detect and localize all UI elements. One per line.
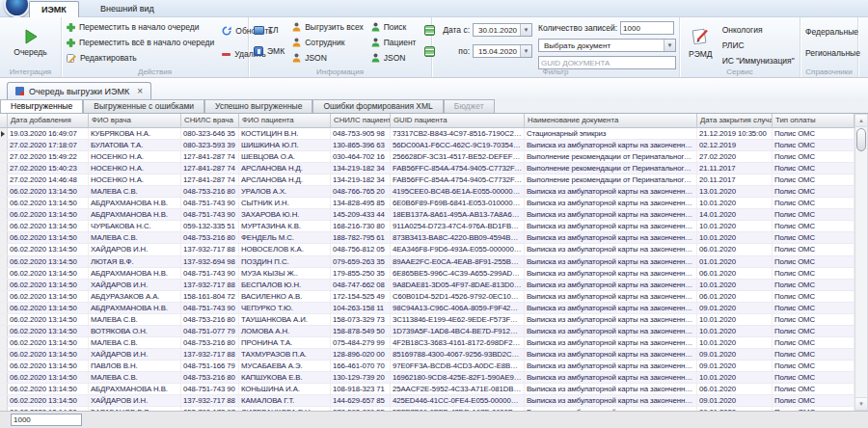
table-row[interactable]: 06.02.2020 13:14:50МАЛЕВА С.В.048-753-21… [0,232,854,244]
cell: Полис ОМС [773,303,854,313]
json-left-button[interactable]: JSON [292,51,364,65]
column-header-5[interactable]: GUID пациента [391,114,525,128]
column-header-2[interactable]: СНИЛС врача [181,114,239,128]
employee-button[interactable]: Сотрудник [292,36,364,49]
rlis-button[interactable]: РЛИС [722,39,795,52]
document-tab-title: Очередь выгрузки ИЭМК [29,87,129,96]
scroll-down-icon[interactable]: ▼ [855,397,867,410]
edit-button[interactable]: Редактировать [67,51,214,65]
column-header-4[interactable]: СНИЛС пациента [331,114,391,128]
table-row[interactable]: 27.02.2020 15:40:23НОСЕНКО Н.А.127-841-2… [0,163,854,174]
chevron-down-icon[interactable]: ▼ [520,24,531,36]
cell: 079-659-263 35 [331,256,391,267]
table-row[interactable]: 27.02.2020 17:18:07БУЛАТОВА Т.А.080-323-… [0,140,854,151]
footer-filter-input[interactable] [12,415,81,424]
cell: 130-865-396 63 [331,140,391,150]
search-button[interactable]: Поиск [371,20,417,34]
ribbon-tab-appearance[interactable]: Внешний вид [89,1,166,17]
table-row[interactable]: 06.02.2020 13:14:50ЧУРБАКОВА Н.С.059-132… [0,221,854,232]
subtab-3[interactable]: Ошибки формирования XML [312,99,443,113]
oncology-button[interactable]: Онкология [722,23,795,37]
cell: АБДРАХМАНОВА Н.В. [89,303,181,313]
json-right-button[interactable]: JSON [371,51,417,65]
group-information: ТЛ ЭМК Выгрузить всех Сотрудник [249,17,432,77]
table-row[interactable]: 06.02.2020 13:14:50АБДРАХМАНОВА Н.В.048-… [0,209,854,221]
table-row[interactable]: 06.02.2020 13:14:50МАЛЕВА С.В.048-753-21… [0,337,854,349]
cell: Полис ОМС [773,314,854,325]
records-count-input[interactable] [621,24,673,33]
move-top-button[interactable]: Переместить в начало очереди [67,20,214,34]
move-all-top-button[interactable]: Переместить всё в начало очереди [67,36,214,49]
vertical-scrollbar[interactable]: ▲ ▼ [854,114,868,411]
queue-button[interactable]: Очередь [5,20,56,65]
scroll-up-icon[interactable]: ▲ [855,115,867,127]
remd-button[interactable]: РЭМД [685,20,717,65]
table-row[interactable]: 06.02.2020 13:14:50АБДРАХМАНОВА Н.В.048-… [0,384,854,395]
cell: FAB56FFC-854A-4754-9405-C7732FA33... [391,163,525,174]
table-row[interactable]: 19.03.2020 16:49:07КУБРЯКОВА Н.А.080-323… [0,128,854,140]
table-row[interactable]: 27.02.2020 14:46:48НОСЕНКО Н.А.127-841-2… [0,174,854,186]
ribbon-tab-iemk[interactable]: ИЭМК [29,1,79,17]
cell: ФЕНДЕЛЬ М.С. [239,232,331,243]
cell: Полис ОМС [773,232,854,243]
table-row[interactable]: 06.02.2020 13:14:50ПАВЛОВ В.Н.048-751-16… [0,361,854,372]
cell: 911A0254-D723-47C4-976A-BD1FB70B5... [391,221,525,231]
table-row[interactable]: 06.02.2020 13:14:50ХАЙДАРОВ И.Н.137-932-… [0,395,854,407]
table-row[interactable]: 06.02.2020 13:14:50МАЛЕВА С.В.048-753-21… [0,314,854,326]
cell: УРАЛОВ А.Х. [239,186,331,197]
table-row[interactable]: 06.02.2020 13:14:50АБДРАХМАНОВА Н.В.048-… [0,303,854,314]
document-select[interactable]: Выбрать документ ▼ [538,39,676,52]
column-header-3[interactable]: ФИО пациента [239,114,331,128]
cell: 10.01.2020 [697,198,773,208]
table-row[interactable]: 06.02.2020 13:14:50АБДРАХМАНОВА Н.В.048-… [0,198,854,209]
subtab-0[interactable]: Невыгруженные [0,99,83,113]
cell: ЛЮТАЯ В.Ф. [89,256,181,267]
table-row[interactable]: 06.02.2020 13:14:50АБДРАХМАНОВА Н.В.048-… [0,268,854,280]
cell: 06.02.2020 13:14:50 [8,232,89,243]
column-header-6[interactable]: Наименование документа [525,114,697,128]
cell: Выписка из амбулаторной карты на законче… [525,221,697,231]
document-tab[interactable]: Очередь выгрузки ИЭМК × [7,82,151,99]
regional-button[interactable]: Региональные [805,46,853,60]
cell: МАЛЕВА С.В. [89,232,181,243]
table-row[interactable]: 06.02.2020 13:14:50ХАЙДАРОВ И.Н.137-932-… [0,244,854,255]
chevron-down-icon[interactable]: ▼ [664,40,675,51]
cell: 4F2B18C3-3683-4161-8172-698DF2BCA... [391,337,525,348]
cell: 06.02.2020 13:14:50 [8,384,89,394]
subtab-1[interactable]: Выгруженные с ошибками [83,99,204,113]
table-row[interactable]: 06.02.2020 13:14:50АБДУРАЗАКОВ А.А.158-1… [0,291,854,303]
app-menu-button[interactable] [4,0,30,17]
cell: 27.02.2020 17:18:07 [8,140,89,150]
table-row[interactable]: 06.02.2020 13:14:50ХАЙДАРОВ И.Н.137-932-… [0,280,854,291]
cell: 27.02.2020 14:46:48 [8,174,89,185]
table-row[interactable]: 06.02.2020 13:14:50ЛЮТАЯ В.Ф.137-932-694… [0,256,854,268]
column-header-8[interactable]: Тип оплаты [773,114,854,128]
chevron-down-icon[interactable]: ▼ [520,45,531,57]
cell: 134-219-182 34 [331,163,391,174]
tl-button[interactable]: ТЛ [254,23,285,37]
cell: 048-751-743 90 [181,384,239,394]
date-from-picker[interactable]: 30.01.2020 ▼ [473,23,532,37]
immunization-button[interactable]: ИС "Иммунизация" [722,54,795,67]
column-header-1[interactable]: ФИО врача [89,114,181,128]
patient-button[interactable]: Пациент [371,36,417,49]
table-row[interactable]: 06.02.2020 13:14:50ВОТЯКОВА О.Н.048-751-… [0,326,854,337]
table-row[interactable]: 06.02.2020 13:14:50МАЛЕВА С.В.048-753-21… [0,186,854,198]
table-row[interactable]: 06.02.2020 13:14:50МАЛЕВА С.В.048-753-21… [0,372,854,384]
close-icon[interactable]: × [137,87,143,96]
cell: Полис ОМС [773,151,854,162]
scrollbar-thumb[interactable] [856,128,866,151]
emk-button[interactable]: ЭМК [254,44,285,58]
cell: 18EB137A-8A61-495A-AB13-7A8A61695... [391,209,525,220]
cell: БЕСПАЛОВ Ю.Н. [239,280,331,290]
subtab-2[interactable]: Успешно выгруженные [204,99,312,113]
table-row[interactable]: 27.02.2020 15:49:22НОСЕНКО Н.А.127-841-2… [0,151,854,163]
date-to-picker[interactable]: 15.04.2020 ▼ [473,44,532,58]
json-right-label: JSON [384,53,406,63]
cell: 144-629-657 85 [331,395,391,406]
table-row[interactable]: 06.02.2020 13:14:50ХАЙДАРОВ И.Н.137-932-… [0,349,854,361]
federal-button[interactable]: Федеральные [805,25,853,39]
export-all-button[interactable]: Выгрузить всех [292,20,364,34]
column-header-0[interactable]: Дата добавления [8,114,89,128]
column-header-7[interactable]: Дата закрытия случая [697,114,773,128]
